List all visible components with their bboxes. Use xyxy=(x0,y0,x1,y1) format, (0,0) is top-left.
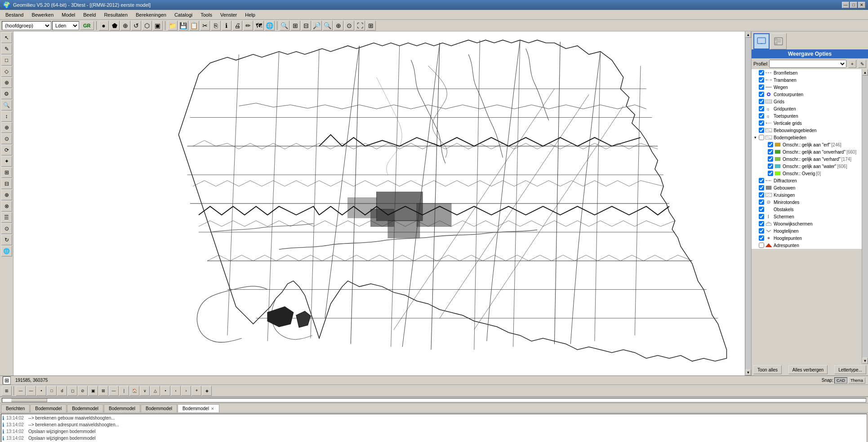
panel-tab-display[interactable] xyxy=(753,33,770,49)
draw-btn-18[interactable]: › xyxy=(181,386,191,396)
left-btn-select[interactable]: ↖ xyxy=(1,32,12,43)
cad-snap-button[interactable]: CAD xyxy=(834,377,847,384)
tb-btn-18[interactable]: ⊞ xyxy=(290,21,300,31)
tb-btn-6[interactable]: ▣ xyxy=(153,21,163,31)
left-btn-poly[interactable]: ◇ xyxy=(1,66,12,77)
tb-btn-9[interactable]: 📋 xyxy=(189,21,199,31)
tb-btn-7[interactable]: 📁 xyxy=(168,21,178,31)
minimize-button[interactable]: — xyxy=(842,2,849,8)
menu-item-tools[interactable]: Tools xyxy=(197,11,216,18)
tb-btn-20[interactable]: 🔎 xyxy=(312,21,322,31)
left-btn-rect[interactable]: □ xyxy=(1,55,12,66)
menu-item-bewerken[interactable]: Bewerken xyxy=(28,11,57,18)
bottom-tab-2[interactable]: Bodemmodel xyxy=(67,404,103,412)
layer-item-24[interactable]: Adrespunten xyxy=(752,242,862,249)
left-btn-grid-minus[interactable]: ⊟ xyxy=(1,178,12,189)
profiel-btn-2[interactable]: ✎ xyxy=(858,60,866,68)
tb-btn-14[interactable]: ✏ xyxy=(243,21,253,31)
layer-item-22[interactable]: Hoogtelijnen xyxy=(752,227,862,234)
draw-btn-14[interactable]: ∨ xyxy=(140,386,150,396)
bottom-tab-5[interactable]: Bodemmodel✕ xyxy=(178,404,219,412)
bottom-tab-1[interactable]: Bodemmodel xyxy=(30,404,67,412)
layer-item-17[interactable]: Kruisingen xyxy=(752,191,862,199)
draw-btn-17[interactable]: ‹ xyxy=(171,386,181,396)
tb-btn-13[interactable]: 🖨 xyxy=(232,21,242,31)
layer-item-16[interactable]: Gebouwen xyxy=(752,184,862,191)
bottom-tab-0[interactable]: Berichten xyxy=(1,404,30,412)
left-btn-plus[interactable]: ⊕ xyxy=(1,122,12,133)
scrollbar-down[interactable]: ▼ xyxy=(745,369,751,376)
menu-item-help[interactable]: Help xyxy=(241,11,259,18)
layer-item-7[interactable]: Verticale grids xyxy=(752,119,862,127)
group-select[interactable]: (hoofdgroep) xyxy=(2,21,51,30)
menu-item-resultaten[interactable]: Resultaten xyxy=(100,11,131,18)
layer-item-13[interactable]: Omschr.: gelijk aan "water" [606] xyxy=(752,163,862,170)
draw-btn-10[interactable]: ⊠ xyxy=(98,386,108,396)
layer-item-14[interactable]: Omschr.: Overig [0] xyxy=(752,170,862,177)
layer-check-23[interactable] xyxy=(759,235,764,241)
menu-item-beeld[interactable]: Beeld xyxy=(80,11,99,18)
draw-btn-16[interactable]: • xyxy=(160,386,170,396)
layer-item-4[interactable]: Grids xyxy=(752,98,862,105)
draw-btn-8[interactable]: ⊘ xyxy=(78,386,88,396)
panel-tab-tree[interactable] xyxy=(770,33,787,49)
draw-btn-1[interactable]: ⊞ xyxy=(2,386,12,396)
bottom-tab-4[interactable]: Bodemmodel xyxy=(141,404,177,412)
left-btn-globe[interactable]: 🌐 xyxy=(1,246,12,256)
panel-scroll-up[interactable]: ▲ xyxy=(862,69,868,75)
menu-item-model[interactable]: Model xyxy=(58,11,79,18)
layer-item-1[interactable]: Trambanen xyxy=(752,76,862,84)
left-btn-refresh[interactable]: ↻ xyxy=(1,234,12,245)
profiel-btn-1[interactable]: + xyxy=(848,60,856,68)
maximize-button[interactable]: □ xyxy=(850,2,857,8)
tb-btn-3[interactable]: ⊕ xyxy=(120,21,130,31)
tb-btn-1[interactable]: ● xyxy=(99,21,109,31)
draw-btn-11[interactable]: — xyxy=(109,386,119,396)
layer-item-21[interactable]: Woonwijkschermen xyxy=(752,220,862,227)
map-area[interactable]: ▲ ▼ xyxy=(13,31,751,376)
tb-btn-2[interactable]: ⬟ xyxy=(110,21,120,31)
layer-expand-9[interactable]: ▾ xyxy=(752,135,758,140)
tb-btn-5[interactable]: ⬡ xyxy=(142,21,152,31)
layer-item-12[interactable]: Omschr.: gelijk aan "verhard" [174] xyxy=(752,155,862,163)
left-btn-gear[interactable]: ⚙ xyxy=(1,88,12,99)
scrollbar-up[interactable]: ▲ xyxy=(745,31,751,38)
left-btn-rotate[interactable]: ⟳ xyxy=(1,145,12,155)
layer-item-2[interactable]: Wegen xyxy=(752,84,862,91)
tb-btn-21[interactable]: 🔍 xyxy=(323,21,333,31)
map-scrollbar[interactable]: ▲ ▼ xyxy=(745,31,751,376)
layer-item-8[interactable]: Bebouwingsgebieden xyxy=(752,127,862,134)
draw-btn-19[interactable]: ⌖ xyxy=(191,386,201,396)
draw-btn-2[interactable]: — xyxy=(16,386,26,396)
tb-btn-10[interactable]: ✂ xyxy=(200,21,210,31)
left-btn-dot[interactable]: ⊙ xyxy=(1,223,12,234)
left-btn-cross[interactable]: ⊕ xyxy=(1,77,12,88)
layer-check-17[interactable] xyxy=(759,192,764,198)
layer-item-20[interactable]: ISchermen xyxy=(752,213,862,220)
layer-item-10[interactable]: Omschr.: gelijk aan "erf" [246] xyxy=(752,141,862,148)
layer-check-18[interactable] xyxy=(759,199,764,205)
draw-btn-7[interactable]: ◻ xyxy=(67,386,77,396)
layer-check-16[interactable] xyxy=(759,185,764,190)
menu-item-bestand[interactable]: Bestand xyxy=(2,11,27,18)
draw-btn-13[interactable]: 🏠 xyxy=(129,386,139,396)
tb-btn-25[interactable]: ⊞ xyxy=(366,21,376,31)
layer-item-0[interactable]: Bromfietsen xyxy=(752,69,862,76)
menu-item-catalogi[interactable]: Catalogi xyxy=(171,11,196,18)
draw-btn-6[interactable]: d xyxy=(57,386,67,396)
draw-btn-20[interactable]: ◈ xyxy=(202,386,212,396)
layer-item-5[interactable]: qGridpunten xyxy=(752,105,862,112)
layer-check-15[interactable] xyxy=(759,178,764,183)
left-btn-star[interactable]: ✦ xyxy=(1,156,12,167)
tb-btn-17[interactable]: 🔍 xyxy=(280,21,289,31)
tb-btn-24[interactable]: ⛶ xyxy=(355,21,365,31)
draw-btn-15[interactable]: △ xyxy=(150,386,160,396)
layer-check-8[interactable] xyxy=(759,128,764,133)
tb-btn-8[interactable]: 💾 xyxy=(178,21,188,31)
layer-item-6[interactable]: qToetspunten xyxy=(752,112,862,119)
profiel-select[interactable] xyxy=(769,60,846,68)
layer-item-19[interactable]: Obstakels xyxy=(752,206,862,213)
panel-scroll-down[interactable]: ▼ xyxy=(862,358,868,364)
tab-close-5[interactable]: ✕ xyxy=(211,407,214,411)
layer-check-12[interactable] xyxy=(768,156,773,162)
